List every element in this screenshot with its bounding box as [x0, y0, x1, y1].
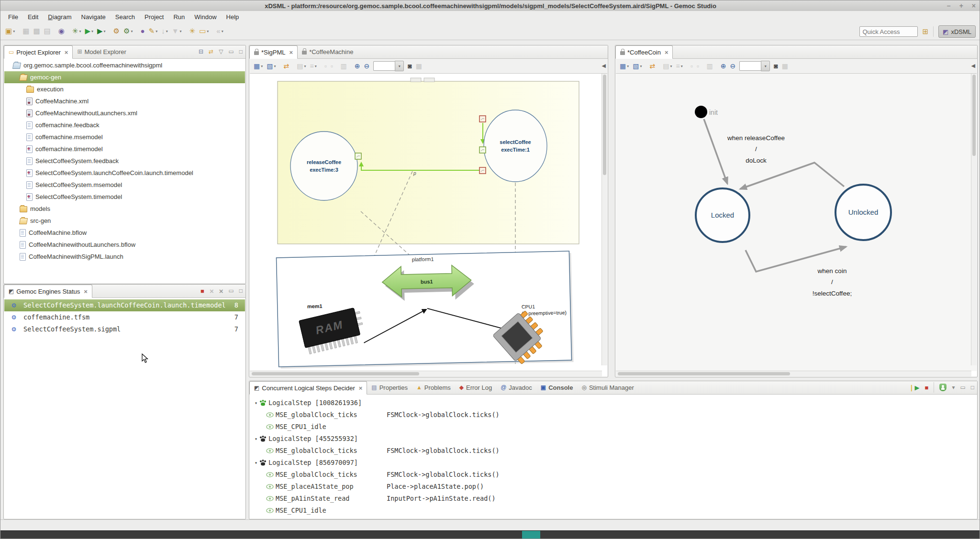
quick-access-input[interactable] [859, 26, 918, 37]
diagram-toolbar-button[interactable]: ▾ [657, 61, 660, 71]
engine-row[interactable]: ⚙ SelectCoffeeSystem.launchCoffeeCoin.la… [4, 299, 245, 311]
logical-step-row[interactable]: MSE_globalClock_ticks FSMClock->globalCl… [250, 409, 977, 421]
dispose-all-engines-icon[interactable]: × [219, 287, 223, 295]
toolbar-button[interactable]: ▾ [17, 25, 20, 37]
diagram-toolbar-button[interactable]: ▦ [780, 61, 790, 71]
diagram-toolbar-button[interactable]: ⊖ ▾ [729, 61, 737, 71]
sigpml-vertical-scrollbar[interactable] [601, 74, 607, 365]
tree-row[interactable]: CoffeeMachinewithoutLaunchers.xml [4, 107, 245, 119]
zoom-level-combo[interactable]: ▾ [739, 61, 770, 71]
logical-step-row[interactable]: MSE_CPU1_idle [250, 505, 977, 517]
diagram-toolbar-button[interactable]: ▧ ▾ [631, 61, 643, 71]
diagram-toolbar-button[interactable]: ⇄ ▾ [648, 61, 657, 71]
menu-item[interactable]: Window [189, 12, 221, 22]
state-locked[interactable]: Locked [696, 188, 749, 242]
diagram-toolbar-button[interactable]: ▧ ▾ [265, 61, 277, 71]
logical-step-row[interactable]: MSE_CPU1_idle [250, 421, 977, 433]
platform-container[interactable]: platform1 bus1 mem1 CPU1 (is preemptive=… [276, 251, 573, 371]
open-perspective-icon[interactable]: ⊞ [923, 27, 929, 36]
diagram-toolbar-button[interactable]: ▾ [319, 61, 322, 71]
engine-row[interactable]: ⚙ coffemachine.tfsm 7 [4, 311, 245, 323]
toolbar-button[interactable]: ✳ ▾ [188, 25, 197, 37]
menu-item[interactable]: Help [222, 12, 244, 22]
view-tab[interactable]: ▭ Project Explorer × [4, 45, 73, 59]
menu-item[interactable]: File [3, 12, 23, 22]
diagram-toolbar-button[interactable]: ▥ ▾ [705, 61, 714, 71]
logical-step-row[interactable]: MSE_pA1inState_read InputPort->pA1inStat… [250, 493, 977, 505]
minimize-view-icon[interactable]: ▭ [960, 384, 965, 391]
maximize-view-icon[interactable]: □ [971, 384, 974, 391]
view-menu-icon[interactable]: ▽ [219, 48, 223, 55]
tree-row[interactable]: org.gemoc.sample.bcool.coffeemachinewith… [4, 59, 245, 71]
diagram-toolbar-button[interactable]: ▦ [414, 61, 423, 71]
menu-item[interactable]: Project [140, 12, 168, 22]
tree-row[interactable]: execution [4, 83, 245, 95]
input-port[interactable] [479, 147, 486, 153]
state-unlocked[interactable]: Unlocked [835, 185, 891, 240]
close-icon[interactable]: × [84, 288, 88, 295]
toolbar-button[interactable]: ▾ [108, 25, 111, 37]
link-with-editor-icon[interactable]: ⇄ [209, 48, 213, 55]
logical-step-row[interactable]: LogicalStep [856970097] [250, 457, 977, 469]
view-menu-icon[interactable]: ▾ [952, 384, 955, 391]
collapse-all-icon[interactable]: ⊟ [199, 48, 203, 55]
step-forward-icon[interactable] [909, 384, 920, 391]
editor-tab[interactable]: *SigPML × [249, 45, 298, 59]
zoom-level-value[interactable] [373, 61, 395, 71]
diagram-toolbar-button[interactable]: ▫ ▾ [323, 61, 328, 71]
tree-row[interactable]: SelectCoffeeSystem.timemodel [4, 191, 245, 203]
tree-row[interactable]: coffemachine.msemodel [4, 131, 245, 143]
diagram-toolbar-button[interactable]: ▫ ▾ [695, 61, 701, 71]
diagram-toolbar-button[interactable]: ▾ [291, 61, 294, 71]
minimize-view-icon[interactable]: ▭ [228, 287, 234, 294]
view-tab[interactable]: ◩ Concurrent Logical Steps Decider × [249, 381, 367, 395]
diagram-toolbar-button[interactable]: ▾ [702, 61, 704, 71]
diagram-toolbar-button[interactable]: ◙ [406, 61, 413, 71]
collapse-palette-icon[interactable]: ◀ [971, 63, 975, 69]
collapse-palette-icon[interactable]: ◀ [602, 63, 606, 69]
desktop-taskbar[interactable] [0, 530, 980, 539]
view-tab[interactable]: ◆ Error Log × [455, 381, 496, 394]
engine-row[interactable]: ⚙ SelectCoffeeSystem.sigpml 7 [4, 323, 245, 335]
toolbar-button[interactable]: ▼ ▾ [170, 25, 183, 37]
stop-engine-icon[interactable]: ■ [200, 287, 204, 295]
diagram-toolbar-button[interactable]: ▾ [349, 61, 352, 71]
toolbar-button[interactable]: ▣ ▾ [4, 25, 16, 37]
minimize-window-button[interactable]: – [947, 0, 951, 11]
tree-row[interactable]: SelectCoffeeSystem.feedback [4, 155, 245, 167]
diagram-toolbar-button[interactable]: ⊕ ▾ [719, 61, 728, 71]
toolbar-button[interactable]: ✳ ▾ [71, 25, 83, 37]
logical-step-row[interactable]: MSE_globalClock_ticks FSMClock->globalCl… [250, 469, 977, 481]
diagram-toolbar-button[interactable]: ≡ ▾ [308, 61, 318, 71]
toolbar-button[interactable]: ▾ [184, 25, 187, 37]
diagram-toolbar-button[interactable]: ▦ ▾ [618, 61, 630, 71]
diagram-toolbar-button[interactable]: ▫ ▾ [329, 61, 334, 71]
toolbar-button[interactable]: ▤ ▾ [43, 25, 52, 37]
view-tab[interactable]: ▣ Console × [536, 381, 578, 394]
close-icon[interactable]: × [665, 49, 668, 56]
toolbar-button[interactable]: ▾ [67, 25, 70, 37]
coffeecoin-vertical-scrollbar[interactable] [971, 74, 977, 365]
dispose-engine-icon[interactable]: × [210, 287, 214, 295]
shield-icon[interactable] [939, 384, 947, 391]
minimize-view-icon[interactable]: ▭ [228, 48, 234, 55]
tree-row[interactable]: CoffeeMachinewithSigPML.launch [4, 251, 245, 263]
tree-expander-icon[interactable] [253, 397, 259, 409]
input-port[interactable] [355, 153, 361, 159]
maximize-window-button[interactable]: + [959, 0, 963, 11]
engines-status-tab[interactable]: ◩ Gemoc Engines Status × [4, 285, 92, 298]
diagram-toolbar-button[interactable]: ⇄ ▾ [282, 61, 291, 71]
menu-item[interactable]: Run [168, 12, 189, 22]
zoom-level-combo[interactable]: ▾ [373, 61, 404, 71]
tree-row[interactable]: SelectCoffeeSystem.msemodel [4, 179, 245, 191]
tree-expander-icon[interactable] [253, 433, 259, 445]
output-port[interactable] [479, 167, 486, 174]
chevron-down-icon[interactable]: ▾ [761, 61, 770, 71]
toolbar-button[interactable]: ● ▾ [139, 25, 146, 37]
toolbar-button[interactable]: ▶ ▾ [83, 25, 95, 37]
toolbar-button[interactable]: ✎ ▾ [147, 25, 159, 37]
toolbar-button[interactable]: ▦ ▾ [21, 25, 31, 37]
logical-step-row[interactable]: LogicalStep [1008261936] [250, 397, 977, 409]
menu-item[interactable]: Diagram [43, 12, 76, 22]
diagram-toolbar-button[interactable]: ▾ [645, 61, 647, 71]
